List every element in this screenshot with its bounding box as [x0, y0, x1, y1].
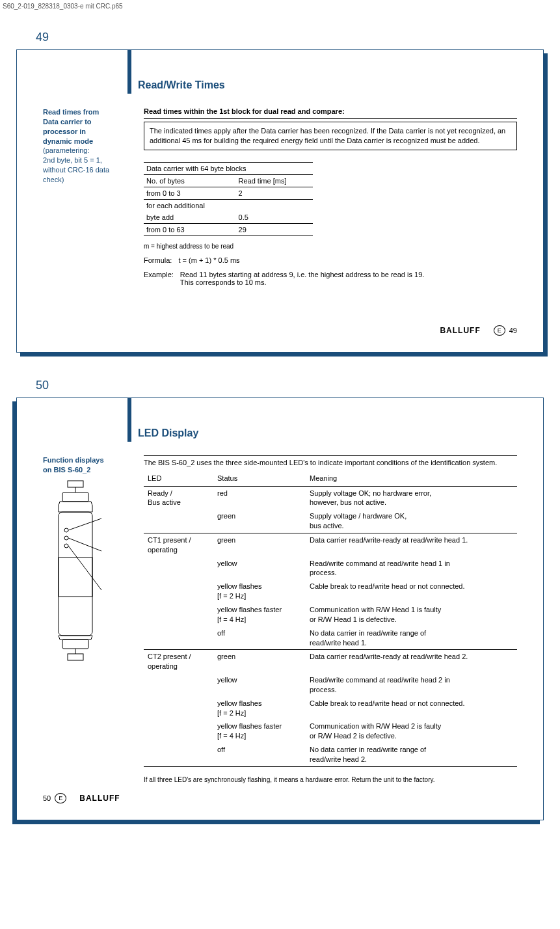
table-cell: Read/write command at read/write head 2 …	[306, 673, 517, 697]
table-cell: Read/write command at read/write head 1 …	[306, 557, 517, 580]
svg-rect-3	[59, 512, 92, 636]
table-cell: green	[213, 509, 306, 533]
svg-rect-4	[59, 558, 92, 597]
table-cell: green	[213, 533, 306, 556]
table-cell: 0.5	[236, 211, 313, 224]
section-title: Read/Write Times	[138, 79, 225, 91]
margin-line: processor in	[43, 128, 86, 135]
title-accent-bar	[127, 75, 131, 94]
section-title-row: Read/Write Times	[127, 73, 517, 91]
svg-rect-7	[68, 654, 83, 660]
footer-page-number: 49	[509, 327, 517, 334]
page-footer: BALLUFF E 49	[144, 325, 517, 336]
margin-line: without CRC-16 data	[43, 166, 109, 174]
margin-line: on BIS S-60_2	[43, 466, 90, 474]
page-content-box: Read/Write Times Read times from Data ca…	[16, 49, 544, 353]
brand-logo: BALLUFF	[440, 326, 480, 335]
table-cell: 29	[236, 223, 313, 236]
table-cell: yellow	[213, 673, 306, 697]
page-49: 49 Read/Write Times Read times from Data…	[0, 11, 560, 359]
margin-line: check)	[43, 176, 64, 183]
table-cell: green	[213, 650, 306, 673]
section-title-row: LED Display	[127, 421, 517, 439]
example-line: Example: Read 11 bytes starting at addre…	[144, 271, 517, 286]
table-cell: No data carrier in read/write range ofre…	[306, 743, 517, 766]
svg-line-13	[68, 546, 101, 590]
margin-line: Read times from	[43, 108, 99, 116]
svg-line-12	[68, 538, 101, 551]
svg-rect-5	[62, 640, 88, 649]
page-number-top: 50	[36, 379, 544, 392]
table-cell: yellow	[213, 557, 306, 580]
closing-note: If all three LED's are synchronously fla…	[144, 776, 517, 783]
footer-page-number: 50	[43, 794, 51, 802]
table-cell: Cable break to read/write head or not co…	[306, 697, 517, 720]
language-badge: E	[55, 793, 66, 803]
formula-line: Formula: t = (m + 1) * 0.5 ms	[144, 256, 517, 264]
brand-logo: BALLUFF	[79, 794, 120, 803]
example-text: This corresponds to 10 ms.	[180, 278, 267, 286]
section-title: LED Display	[138, 427, 198, 439]
table-header-cell: Read time [ms]	[236, 174, 313, 187]
table-cell: Cable break to read/write head or not co…	[306, 580, 517, 603]
read-time-table: Data carrier with 64 byte blocks No. of …	[144, 162, 313, 236]
table-cell: Communication with R/W Head 1 is faultyo…	[306, 603, 517, 626]
language-badge: E	[494, 325, 505, 336]
margin-line: Data carrier to	[43, 118, 92, 126]
table-cell: yellow flashes faster[f = 4 Hz]	[213, 720, 306, 743]
table-caption: Data carrier with 64 byte blocks	[144, 162, 313, 174]
table-cell: Communication with R/W Head 2 is faultyo…	[306, 720, 517, 743]
margin-line: 2nd byte, bit 5 = 1,	[43, 156, 102, 164]
sub-heading: Read times within the 1st block for dual…	[144, 107, 517, 119]
device-illustration	[43, 479, 127, 669]
svg-point-9	[64, 536, 68, 540]
table-cell: byte add	[144, 211, 236, 224]
table-cell: off	[213, 626, 306, 650]
page-content-box: LED Display Function displays on BIS S-6…	[16, 397, 544, 820]
table-cell: yellow flashes[f = 2 Hz]	[213, 580, 306, 603]
table-cell: from 0 to 63	[144, 223, 236, 236]
table-cell: yellow flashes[f = 2 Hz]	[213, 697, 306, 720]
margin-note: Read times from Data carrier to processo…	[43, 107, 127, 185]
page-number-top: 49	[36, 31, 544, 44]
intro-text: The BIS S-60_2 uses the three side-mount…	[144, 455, 517, 466]
table-cell: Ready /Bus active	[144, 486, 213, 509]
formula-value: t = (m + 1) * 0.5 ms	[178, 256, 239, 264]
page-footer: 50 E BALLUFF	[43, 793, 517, 803]
table-cell: yellow flashes faster[f = 4 Hz]	[213, 603, 306, 626]
led-status-table: LED Status Meaning Ready /Bus active red…	[144, 472, 517, 767]
svg-point-10	[64, 544, 68, 548]
margin-line: Function displays	[43, 456, 104, 464]
svg-point-8	[64, 528, 68, 532]
example-text: Read 11 bytes starting at address 9, i.e…	[180, 271, 424, 278]
table-cell: red	[213, 486, 306, 509]
margin-line: (parametering:	[43, 146, 90, 154]
margin-note: Function displays on BIS S-60_2	[43, 455, 127, 475]
table-cell: No data carrier in read/write range ofre…	[306, 626, 517, 650]
svg-rect-0	[68, 481, 83, 487]
table-cell: Supply voltage / hardware OK,bus active.	[306, 509, 517, 533]
margin-line: dynamic mode	[43, 137, 93, 145]
footnote: m = highest address to be read	[144, 243, 517, 250]
example-label: Example:	[144, 271, 174, 286]
source-file-header: S60_2-019_828318_0303-e mit CRC.p65	[0, 0, 560, 11]
table-cell: Data carrier read/write-ready at read/wr…	[306, 533, 517, 556]
table-cell: CT2 present /operating	[144, 650, 213, 673]
table-header-cell: LED	[144, 472, 213, 486]
table-cell: off	[213, 743, 306, 766]
table-header-cell: Meaning	[306, 472, 517, 486]
table-cell: 2	[236, 187, 313, 199]
table-cell: for each additional	[144, 199, 236, 211]
table-cell: Supply voltage OK; no hardware error,how…	[306, 486, 517, 509]
title-accent-bar	[127, 424, 131, 442]
table-cell: from 0 to 3	[144, 187, 236, 199]
info-box: The indicated times apply after the Data…	[144, 122, 517, 150]
table-header-cell: No. of bytes	[144, 174, 236, 187]
svg-rect-2	[62, 492, 88, 502]
svg-line-11	[68, 518, 101, 530]
table-cell: Data carrier read/write-ready at read/wr…	[306, 650, 517, 673]
formula-label: Formula:	[144, 256, 172, 264]
table-cell: CT1 present /operating	[144, 533, 213, 556]
table-header-cell: Status	[213, 472, 306, 486]
page-50: 50 LED Display Function displays on BIS …	[0, 359, 560, 827]
